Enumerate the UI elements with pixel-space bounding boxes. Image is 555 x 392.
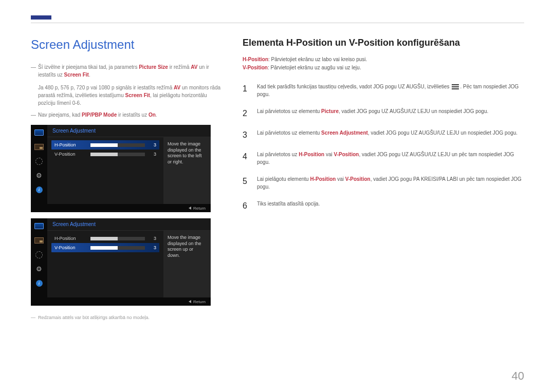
monitor-icon: [34, 129, 44, 136]
page-number: 40: [512, 369, 524, 383]
footnote: ― Redzamais attēls var būt atšķirīgs atk…: [31, 315, 221, 320]
step-text: Lai pielāgotu elementu H-Position vai V-…: [257, 175, 524, 191]
slider-fill: [90, 153, 118, 156]
hl-vpos: V-Position: [334, 152, 359, 157]
osd-body: H-Position 3 V-Position 3 Move the image…: [47, 231, 211, 297]
gear-icon: ⚙: [35, 172, 43, 179]
hl-screen-fit2: Screen Fit: [125, 92, 150, 98]
subsection-heading: Elementa H-Position un V-Position konfig…: [243, 38, 524, 48]
osd-screenshot-1: ⚙ i Screen Adjustment H-Position 3: [31, 125, 211, 212]
step-5: 5 Lai pielāgotu elementu H-Position vai …: [243, 171, 524, 195]
hl-av: AV: [191, 64, 197, 70]
osd-footer: Return: [47, 204, 211, 212]
osd-row-hposition: H-Position 3: [51, 140, 159, 150]
osd-screenshot-2: ⚙ i Screen Adjustment H-Position 3: [31, 218, 211, 306]
note2-a: Nav pieejams, kad: [38, 112, 82, 118]
hl-picture: Picture: [321, 108, 339, 114]
desc-vposition: V-Position: Pārvietojiet ekrānu uz augšu…: [243, 64, 524, 72]
step-number: 1: [243, 83, 250, 98]
note1-text-a: Šī izvēlne ir pieejama tikai tad, ja par…: [38, 64, 139, 70]
pip-icon: [34, 143, 44, 151]
columns: Screen Adjustment ― Šī izvēlne ir pieeja…: [31, 38, 524, 320]
note2-b: ir iestatīts uz: [117, 112, 149, 118]
osd-header: Screen Adjustment: [47, 218, 211, 231]
page: Screen Adjustment ― Šī izvēlne ir pieeja…: [0, 0, 555, 320]
slider-fill: [90, 246, 118, 250]
top-rule: [31, 23, 524, 23]
steps-list: 1 Kad tiek parādīts funkcijas taustiņu c…: [243, 78, 524, 217]
hl-hpos2: H-Position: [310, 176, 336, 182]
dash-icon: ―: [31, 63, 36, 71]
osd-sidebar: ⚙ i: [31, 125, 47, 212]
note1b-a: Ja 480 p, 576 p, 720 p vai 1080 p signāl…: [38, 85, 174, 90]
step-text: Lai pārvietotos uz elementu Picture, vad…: [257, 107, 488, 120]
note-1b: Ja 480 p, 576 p, 720 p vai 1080 p signāl…: [38, 84, 221, 107]
osd-footer: Return: [47, 297, 211, 306]
hl-screen-adj: Screen Adjustment: [321, 130, 368, 136]
note1-text-b: ir režīmā: [168, 64, 191, 70]
osd-main: Screen Adjustment H-Position 3 V-Positio…: [47, 218, 211, 306]
column-right: Elementa H-Position un V-Position konfig…: [243, 38, 524, 320]
target-icon: [34, 251, 44, 258]
step-6: 6 Tiks iestatīta atlasītā opcija.: [243, 195, 524, 217]
osd-main: Screen Adjustment H-Position 3 V-Positio…: [47, 125, 211, 212]
info-icon: i: [36, 280, 43, 287]
step-number: 6: [243, 200, 250, 212]
slider-track: [90, 246, 145, 250]
slider-fill: [90, 237, 118, 240]
step-text: Lai pārvietotos uz elementu Screen Adjus…: [257, 129, 517, 141]
gear-icon: ⚙: [35, 266, 43, 273]
top-accent: [31, 15, 51, 20]
step-text: Lai pārvietotos uz H-Position vai V-Posi…: [257, 151, 524, 166]
note-1: ― Šī izvēlne ir pieejama tikai tad, ja p…: [31, 63, 221, 79]
osd-row-hposition: H-Position 3: [51, 234, 159, 243]
osd-row-vposition: V-Position 3: [51, 150, 159, 159]
hl-vpos2: V-Position: [345, 176, 371, 182]
osd-row-value: 3: [149, 236, 156, 241]
osd-row-label: V-Position: [54, 152, 86, 157]
monitor-icon: [34, 222, 44, 230]
hl-on: On: [149, 112, 156, 118]
footnote-text: Redzamais attēls var būt atšķirīgs atkar…: [38, 315, 150, 320]
osd-header: Screen Adjustment: [47, 125, 211, 137]
step-1: 1 Kad tiek parādīts funkcijas taustiņu c…: [243, 78, 524, 103]
step-text: Tiks iestatīta atlasītā opcija.: [257, 200, 320, 212]
hl-hpos: H-Position: [299, 152, 324, 157]
osd-row-label: H-Position: [54, 142, 86, 147]
hl-hposition: H-Position: [243, 57, 268, 62]
step-number: 5: [243, 175, 250, 191]
osd-row-value: 3: [149, 152, 156, 157]
osd-body: H-Position 3 V-Position 3 Move the image…: [47, 137, 211, 204]
step-number: 2: [243, 107, 250, 120]
osd-row-label: H-Position: [54, 236, 86, 241]
desc1-text: : Pārvietojiet ekrānu uz labo vai kreiso…: [268, 57, 367, 62]
dash-icon: ―: [31, 111, 36, 119]
slider-fill: [90, 143, 118, 147]
step-number: 3: [243, 129, 250, 141]
column-left: Screen Adjustment ― Šī izvēlne ir pieeja…: [31, 38, 221, 320]
pip-icon: [34, 237, 44, 244]
osd-sidebar: ⚙ i: [31, 218, 47, 306]
hl-vposition: V-Position: [243, 65, 268, 70]
dash-icon: ―: [31, 315, 35, 320]
hl-pipmode: PIP/PBP Mode: [82, 112, 117, 118]
hl-screen-fit: Screen Fit: [64, 72, 89, 78]
osd-hint: Move the image displayed on the screen u…: [163, 231, 211, 297]
step-3: 3 Lai pārvietotos uz elementu Screen Adj…: [243, 124, 524, 146]
step-number: 4: [243, 151, 250, 166]
desc-hposition: H-Position: Pārvietojiet ekrānu uz labo …: [243, 55, 524, 64]
step-2: 2 Lai pārvietotos uz elementu Picture, v…: [243, 103, 524, 124]
section-title: Screen Adjustment: [31, 38, 221, 52]
slider-track: [90, 143, 145, 147]
info-icon: i: [36, 186, 43, 193]
target-icon: [34, 158, 44, 165]
osd-list: H-Position 3 V-Position 3: [47, 137, 163, 204]
hl-picture-size: Picture Size: [139, 64, 168, 70]
osd-row-value: 3: [149, 245, 156, 250]
osd-hint: Move the image displayed on the screen t…: [163, 137, 211, 204]
osd-row-value: 3: [149, 142, 156, 147]
menu-icon: [452, 84, 459, 89]
return-label: Return: [193, 206, 206, 211]
return-label: Return: [193, 300, 206, 304]
hl-av2: AV: [174, 85, 180, 90]
